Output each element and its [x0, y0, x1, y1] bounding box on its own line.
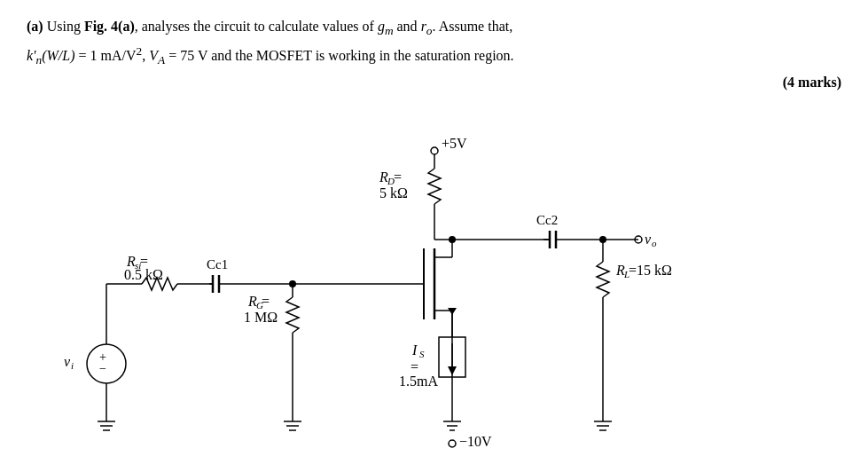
line1: (a) Using Fig. 4(a), analyses the circui… [27, 16, 841, 41]
vo-sub: o [652, 238, 657, 248]
circuit-diagram: +5V R D = 5 kΩ [0, 102, 868, 472]
part-a-label: (a) Using Fig. 4(a), analyses the circui… [27, 19, 512, 34]
cc1-label: Cc1 [207, 257, 228, 271]
cc2-label: Cc2 [536, 213, 558, 227]
rg-eq: = [262, 294, 270, 309]
rg-resistor [286, 297, 299, 333]
problem-text: (a) Using Fig. 4(a), analyses the circui… [27, 16, 841, 94]
rsi-val: 0.5 kΩ [124, 267, 163, 282]
is-val2: 1.5mA [399, 374, 438, 389]
vi-label: v [64, 354, 71, 369]
rl-eq: =15 kΩ [629, 263, 672, 278]
rl-resistor [597, 262, 609, 297]
vminus-node [449, 440, 456, 447]
is-sub: S [419, 349, 425, 359]
page: (a) Using Fig. 4(a), analyses the circui… [0, 0, 868, 472]
vi-source [87, 344, 126, 383]
is-val: = [411, 359, 418, 374]
circuit-svg: +5V R D = 5 kΩ [0, 102, 868, 472]
is-label: I [411, 342, 418, 358]
marks-label: (4 marks) [783, 75, 841, 90]
vi-minus: − [99, 362, 106, 375]
equation: k'n(W/L) = 1 mA/V2, VA = 75 V and the MO… [27, 48, 514, 63]
line2: k'n(W/L) = 1 mA/V2, VA = 75 V and the MO… [27, 43, 841, 70]
vo-label: v [645, 232, 652, 247]
vplus-label: +5V [442, 136, 467, 151]
is-arrow [448, 366, 457, 375]
rd-resistor [428, 169, 441, 204]
drain-output-dot [449, 236, 456, 243]
rg-val: 1 MΩ [244, 310, 278, 325]
marks-line: (4 marks) [27, 72, 841, 94]
rd-val: 5 kΩ [379, 185, 408, 201]
vi-sub: i [71, 360, 74, 371]
vminus-label: −10V [459, 434, 492, 449]
rd-eq: = [394, 169, 402, 185]
vplus-node [431, 147, 438, 154]
